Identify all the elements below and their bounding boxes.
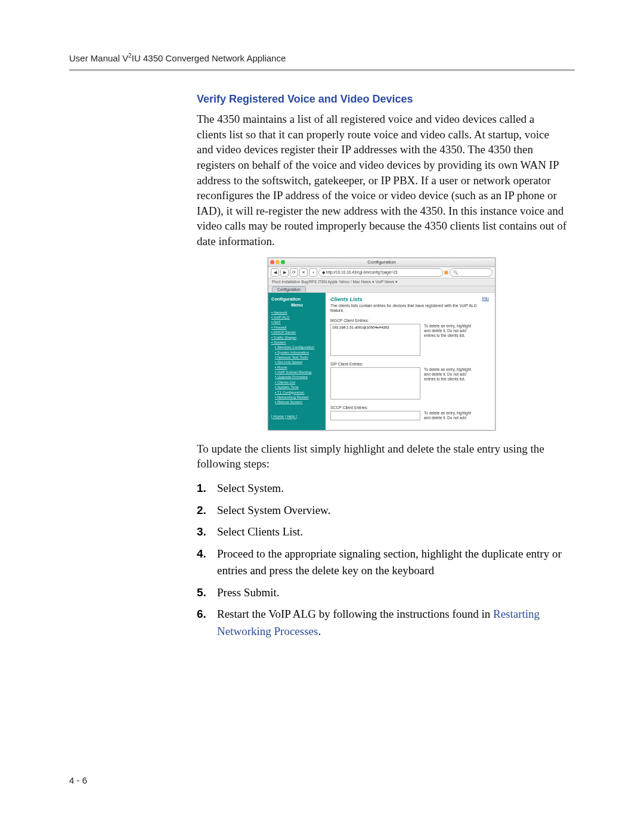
clients-list-panel: Info Clients Lists The clients lists con… bbox=[326, 293, 495, 430]
window-titlebar: Configuration bbox=[268, 258, 495, 267]
sip-hint: To delete an entry, highlight and delete… bbox=[424, 367, 472, 400]
sidebar-item-network[interactable]: Network bbox=[271, 310, 323, 315]
window-traffic-lights[interactable] bbox=[270, 260, 285, 264]
clients-list-screenshot: Configuration ◀ ▶ ⟳ ✕ ＋ ◆ http://10.10.1… bbox=[268, 258, 496, 431]
sidebar-item-nat[interactable]: NAT bbox=[271, 320, 323, 324]
mgcp-entries[interactable] bbox=[330, 324, 420, 356]
sidebar-sub-system-time[interactable]: System Time bbox=[275, 385, 323, 389]
info-link[interactable]: Info bbox=[482, 296, 489, 301]
sidebar-menu: Network VoIP ALG NAT Firewall DHCP Serve… bbox=[271, 310, 323, 405]
sidebar-sub-net-restart[interactable]: Networking Restart bbox=[275, 395, 323, 400]
mgcp-label: MGCP Client Entries: bbox=[330, 318, 490, 323]
sip-label: SIP Client Entries: bbox=[330, 362, 490, 366]
figure-wrap: Configuration ◀ ▶ ⟳ ✕ ＋ ◆ http://10.10.1… bbox=[197, 258, 566, 431]
header-rule bbox=[69, 69, 575, 71]
clients-lists-desc: The clients lists contain entries for de… bbox=[330, 304, 490, 314]
step-2: Select System Overview. bbox=[197, 502, 566, 519]
tab-configuration[interactable]: Configuration bbox=[272, 286, 306, 292]
sidebar-item-traffic-shaper[interactable]: Traffic Shaper bbox=[271, 335, 323, 340]
stop-button[interactable]: ✕ bbox=[299, 268, 308, 277]
step-4: Proceed to the appropriate signaling sec… bbox=[197, 546, 566, 580]
sccp-block: SCCP Client Entries: To delete an entry,… bbox=[330, 405, 490, 420]
zoom-dot-icon[interactable] bbox=[281, 260, 285, 264]
sidebar-sub-reboot[interactable]: Reboot System bbox=[275, 400, 323, 404]
page: User Manual V2IU 4350 Converged Network … bbox=[0, 0, 644, 833]
sidebar-sub-services-config[interactable]: Services Configuration bbox=[275, 345, 323, 349]
sidebar-footer-links[interactable]: | Home | Help | bbox=[271, 414, 323, 419]
minimize-dot-icon[interactable] bbox=[275, 260, 280, 264]
step-3: Select Clients List. bbox=[197, 524, 566, 541]
rss-icon[interactable]: ▣ bbox=[444, 270, 448, 275]
sidebar-sub-voip-subnet[interactable]: VoIP Subnet Routing bbox=[275, 370, 323, 374]
page-content: Configuration Menu Network VoIP ALG NAT … bbox=[268, 293, 495, 430]
sccp-label: SCCP Client Entries: bbox=[330, 405, 490, 410]
sidebar-sub-net-test[interactable]: Network Test Tools bbox=[275, 355, 323, 360]
bookmarks-bar[interactable]: Pivot Installation Bug/RFE ITBN Apple Ya… bbox=[268, 278, 495, 286]
sidebar-item-firewall[interactable]: Firewall bbox=[271, 325, 323, 330]
body-column: Verify Registered Voice and Video Device… bbox=[197, 89, 566, 645]
section-heading: Verify Registered Voice and Video Device… bbox=[197, 93, 566, 106]
sidebar-sub-upgrade[interactable]: Upgrade Firmware bbox=[275, 374, 323, 379]
window-title: Configuration bbox=[367, 259, 396, 265]
step-6-prefix: Restart the VoIP ALG by following the in… bbox=[217, 608, 493, 620]
browser-toolbar: ◀ ▶ ⟳ ✕ ＋ ◆ http://10.10.10.43/cgi-bin/c… bbox=[268, 267, 495, 278]
search-field[interactable]: 🔍 bbox=[450, 268, 493, 277]
close-dot-icon[interactable] bbox=[270, 260, 274, 264]
step-1: Select System. bbox=[197, 480, 566, 497]
mgcp-hint: To delete an entry, highlight and delete… bbox=[424, 324, 472, 356]
sidebar-title: Configuration bbox=[271, 296, 323, 302]
step-6-suffix: . bbox=[318, 625, 321, 637]
steps-intro: To update the clients list simply highli… bbox=[197, 441, 566, 472]
sidebar-sub-t1-config[interactable]: T1 Configuration bbox=[275, 390, 323, 395]
address-bar[interactable]: ◆ http://10.10.10.43/cgi-bin/config?page… bbox=[318, 268, 443, 277]
sidebar-menu-label: Menu bbox=[271, 302, 323, 308]
mgcp-block: MGCP Client Entries: To delete an entry,… bbox=[330, 318, 490, 356]
step-6: Restart the VoIP ALG by following the in… bbox=[197, 606, 566, 640]
page-number: 4 - 6 bbox=[69, 775, 87, 785]
sip-entries[interactable] bbox=[330, 367, 420, 400]
add-button[interactable]: ＋ bbox=[309, 268, 317, 277]
running-head: User Manual V2IU 4350 Converged Network … bbox=[69, 52, 575, 63]
reload-button[interactable]: ⟳ bbox=[290, 268, 298, 277]
sidebar-sub-link-speed[interactable]: Set Link Speed bbox=[275, 360, 323, 364]
forward-button[interactable]: ▶ bbox=[280, 268, 289, 277]
clients-lists-title: Clients Lists bbox=[330, 296, 490, 302]
sidebar-sub-route[interactable]: Route bbox=[275, 365, 323, 370]
sidebar-sub-clients-list[interactable]: Clients List bbox=[275, 380, 323, 385]
sip-block: SIP Client Entries: To delete an entry, … bbox=[330, 362, 490, 400]
intro-paragraph: The 4350 maintains a list of all registe… bbox=[197, 112, 566, 249]
sidebar-item-voip-alg[interactable]: VoIP ALG bbox=[271, 315, 323, 320]
sidebar-item-system[interactable]: System bbox=[271, 340, 323, 345]
step-5: Press Submit. bbox=[197, 584, 566, 602]
browser-tabs: Configuration bbox=[268, 286, 495, 293]
back-button[interactable]: ◀ bbox=[271, 268, 279, 277]
sccp-hint: To delete an entry, highlight and delete… bbox=[424, 411, 472, 420]
config-sidebar: Configuration Menu Network VoIP ALG NAT … bbox=[268, 293, 326, 430]
sccp-entries[interactable] bbox=[330, 411, 420, 420]
steps-list: Select System. Select System Overview. S… bbox=[197, 480, 566, 640]
sidebar-item-dhcp[interactable]: DHCP Server bbox=[271, 330, 323, 335]
sidebar-sub-system-info[interactable]: System Information bbox=[275, 350, 323, 355]
